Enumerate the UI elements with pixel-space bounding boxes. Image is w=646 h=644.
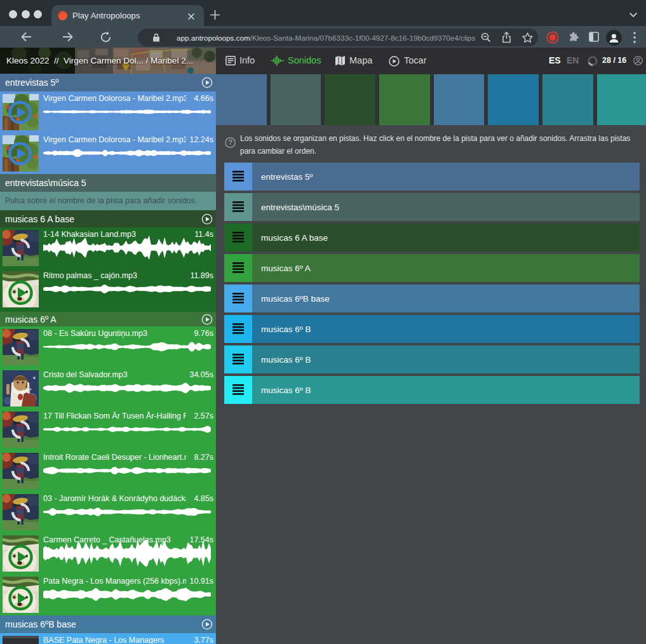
svg-text:?: ? bbox=[228, 138, 232, 146]
